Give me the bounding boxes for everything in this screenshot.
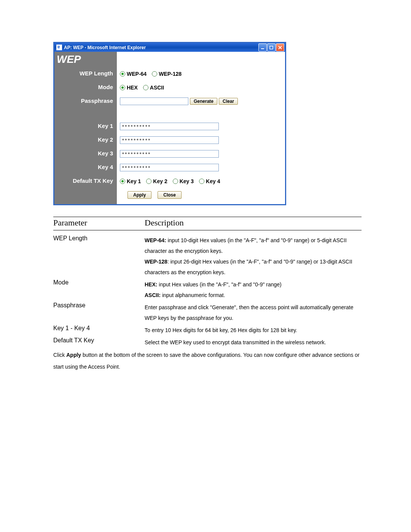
- mode-row: HEX ASCII: [120, 81, 282, 94]
- ie-window: AP: WEP - Microsoft Internet Explorer WE…: [53, 42, 286, 205]
- label-wep-length: WEP Length: [80, 70, 113, 77]
- table-row: Mode HEX: input Hex values (in the "A-F"…: [53, 278, 362, 301]
- desc-cell: Enter passphrase and click "Generate", t…: [145, 301, 362, 324]
- radio-tx-key3-label: Key 3: [180, 178, 194, 184]
- key4-input[interactable]: [120, 164, 219, 171]
- header-parameter: Parameter: [53, 218, 145, 228]
- svg-rect-0: [261, 48, 264, 49]
- radio-wep128-label: WEP-128: [159, 71, 182, 77]
- desc-cell: Select the WEP key used to encrypt data …: [145, 336, 362, 348]
- radio-tx-key4-label: Key 4: [206, 178, 220, 184]
- label-passphrase: Passphrase: [81, 97, 113, 104]
- param-cell: Passphrase: [53, 301, 145, 324]
- radio-wep64[interactable]: [120, 71, 125, 77]
- label-mode: Mode: [98, 84, 113, 90]
- table-row: Passphrase Enter passphrase and click "G…: [53, 301, 362, 324]
- titlebar[interactable]: AP: WEP - Microsoft Internet Explorer: [54, 43, 285, 52]
- clear-button[interactable]: Clear: [219, 98, 238, 105]
- passphrase-row: Generate Clear: [120, 94, 282, 108]
- radio-tx-key2-label: Key 2: [153, 178, 167, 184]
- key1-input[interactable]: [120, 123, 219, 130]
- param-cell: Mode: [53, 278, 145, 301]
- maximize-button[interactable]: [267, 43, 276, 51]
- page-title: WEP: [54, 53, 117, 66]
- close-button[interactable]: [276, 43, 284, 51]
- ie-icon: [56, 45, 62, 50]
- labels-column: WEP WEP Length Mode Passphrase Key 1 Key…: [54, 52, 117, 204]
- param-cell: Default TX Key: [53, 336, 145, 348]
- radio-tx-key4[interactable]: [199, 179, 204, 184]
- param-cell: WEP Length: [53, 234, 145, 278]
- radio-tx-key1-label: Key 1: [127, 178, 141, 184]
- radio-tx-key1[interactable]: [120, 179, 125, 184]
- description-table: WEP Length WEP-64: input 10-digit Hex va…: [53, 234, 362, 348]
- window-title: AP: WEP - Microsoft Internet Explorer: [64, 45, 258, 50]
- radio-tx-key3[interactable]: [173, 179, 178, 184]
- key2-input[interactable]: [120, 136, 219, 144]
- passphrase-input[interactable]: [120, 97, 188, 105]
- radio-hex[interactable]: [120, 85, 125, 90]
- label-default-tx: Default TX Key: [73, 177, 113, 184]
- label-key4: Key 4: [98, 164, 113, 170]
- radio-ascii[interactable]: [143, 85, 148, 90]
- footer-text: Click Apply button at the bottom of the …: [53, 349, 362, 373]
- label-key3: Key 3: [98, 150, 113, 157]
- svg-rect-1: [270, 46, 273, 49]
- header-description: Description: [145, 218, 362, 228]
- generate-button[interactable]: Generate: [190, 98, 217, 105]
- radio-hex-label: HEX: [127, 85, 138, 91]
- apply-button[interactable]: Apply: [127, 191, 151, 199]
- tx-row: Key 1 Key 2 Key 3 Key 4: [120, 174, 282, 188]
- radio-wep64-label: WEP-64: [127, 71, 147, 77]
- radio-wep128[interactable]: [152, 71, 157, 77]
- table-row: WEP Length WEP-64: input 10-digit Hex va…: [53, 234, 362, 278]
- desc-cell: To entry 10 Hex digits for 64 bit key, 2…: [145, 324, 362, 336]
- radio-tx-key2[interactable]: [146, 179, 151, 184]
- table-row: Key 1 - Key 4 To entry 10 Hex digits for…: [53, 324, 362, 336]
- label-key1: Key 1: [98, 123, 113, 129]
- key3-input[interactable]: [120, 150, 219, 158]
- radio-ascii-label: ASCII: [150, 85, 164, 91]
- param-cell: Key 1 - Key 4: [53, 324, 145, 336]
- minimize-button[interactable]: [258, 43, 267, 51]
- wep-length-row: WEP-64 WEP-128: [120, 67, 282, 81]
- desc-cell: HEX: input Hex values (in the "A-F", "a-…: [145, 278, 362, 301]
- table-row: Default TX Key Select the WEP key used t…: [53, 336, 362, 348]
- label-key2: Key 2: [98, 136, 113, 143]
- desc-cell: WEP-64: input 10-digit Hex values (in th…: [145, 234, 362, 278]
- controls-column: WEP-64 WEP-128 HEX ASCII Generate Clear: [117, 52, 285, 204]
- table-header: Parameter Description: [53, 217, 362, 230]
- close-form-button[interactable]: Close: [158, 191, 182, 199]
